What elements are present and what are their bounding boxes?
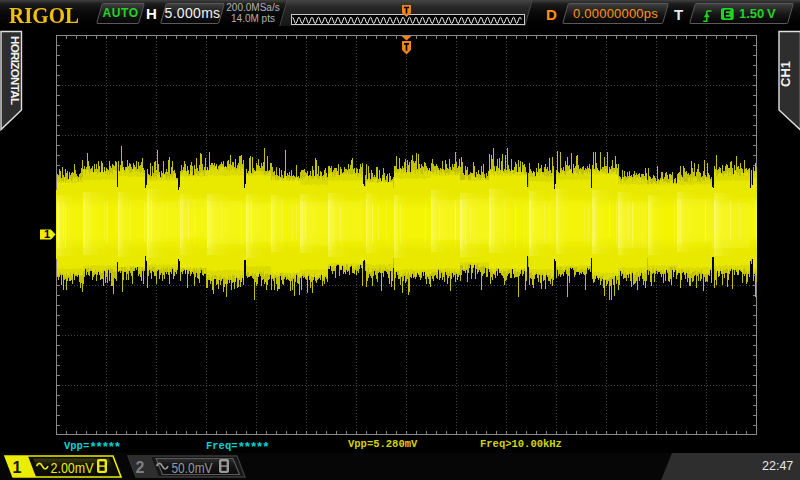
svg-text:2: 2	[136, 459, 145, 476]
svg-text:50.0mV: 50.0mV	[172, 459, 213, 476]
svg-text:CH1: CH1	[778, 61, 793, 87]
svg-text:1: 1	[13, 459, 22, 476]
svg-text:HORIZONTAL: HORIZONTAL	[9, 36, 21, 105]
svg-text:2.00mV: 2.00mV	[51, 459, 94, 476]
